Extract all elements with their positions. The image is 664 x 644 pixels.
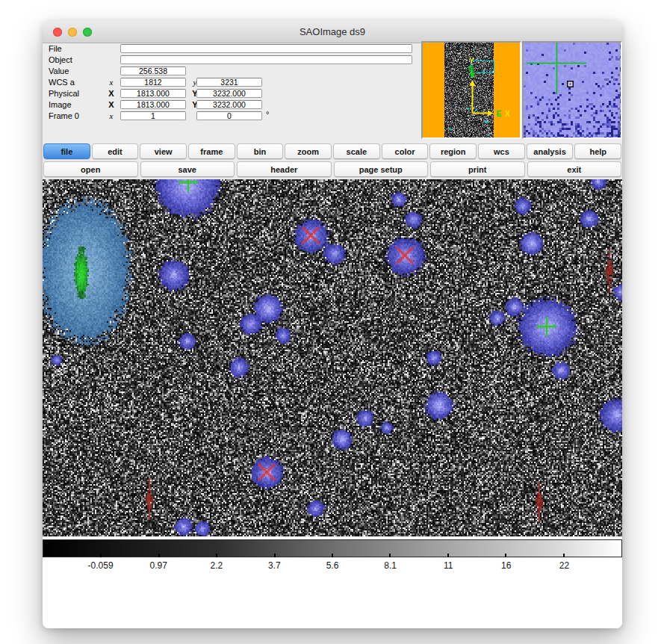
title-bar[interactable]: SAOImage ds9: [43, 21, 622, 43]
menu-button-color[interactable]: color: [382, 143, 429, 159]
frame-zoom-field[interactable]: 1: [120, 111, 186, 120]
colorbar-tick: [332, 554, 333, 557]
degree-suffix: °: [266, 110, 269, 119]
image-x-field[interactable]: 1813.000: [120, 100, 186, 109]
wcs-label: WCS a: [49, 78, 110, 87]
exit-button[interactable]: exit: [527, 161, 622, 177]
image-x-sublabel: X: [105, 100, 117, 109]
page-setup-button[interactable]: page setup: [334, 161, 429, 177]
magnifier-canvas[interactable]: [524, 43, 621, 137]
menu-button-edit[interactable]: edit: [92, 143, 139, 159]
colorbar-tick-label: 16: [501, 560, 511, 571]
colorbar-labels: -0.059 0.97 2.2 3.7 5.6 8.1 11 16 22: [43, 560, 622, 575]
colorbar-tick-label: 0.97: [150, 560, 167, 571]
object-label: Object: [49, 55, 110, 64]
wcs-y-field[interactable]: 3231: [196, 78, 262, 87]
object-field[interactable]: [120, 55, 412, 64]
menu-button-frame[interactable]: frame: [188, 143, 235, 159]
colorbar-tick-label: 3.7: [268, 560, 281, 571]
menu-button-view[interactable]: view: [140, 143, 187, 159]
save-button[interactable]: save: [140, 161, 235, 177]
frame-x-sublabel: x: [105, 111, 117, 120]
panner-canvas[interactable]: [423, 43, 520, 137]
colorbar-tick: [216, 554, 217, 557]
file-field[interactable]: [120, 44, 412, 53]
physical-x-sublabel: X: [105, 89, 117, 98]
menu-button-bin[interactable]: bin: [237, 143, 284, 159]
menu-button-scale[interactable]: scale: [333, 143, 380, 159]
physical-x-field[interactable]: 1813.000: [120, 89, 186, 98]
colorbar-tick-label: 8.1: [384, 560, 397, 571]
colorbar-tick-label: -0.059: [88, 560, 114, 571]
print-button[interactable]: print: [430, 161, 525, 177]
colorbar-tick: [389, 554, 391, 557]
colorbar-tick-label: 2.2: [210, 560, 223, 571]
wcs-x-field[interactable]: 1812: [120, 78, 186, 87]
colorbar-tick-label: 22: [559, 560, 569, 571]
panner-frame: [421, 41, 521, 139]
image-y-field[interactable]: 3232.000: [196, 100, 262, 109]
colorbar-tick: [447, 554, 449, 557]
action-bar: open save header page setup print exit: [43, 161, 622, 177]
ds9-window: SAOImage ds9 File Object Value 256.538 W…: [43, 21, 622, 628]
magnifier-frame: [522, 41, 622, 139]
menu-bar: file edit view frame bin zoom scale colo…: [43, 143, 622, 159]
value-field[interactable]: 256.538: [120, 66, 186, 75]
page: { "window": { "title": "SAOImage ds9" },…: [0, 0, 664, 644]
frame-label: Frame 0: [49, 111, 110, 120]
header-button[interactable]: header: [237, 161, 332, 177]
main-image-canvas[interactable]: [43, 179, 622, 536]
physical-label: Physical: [49, 89, 110, 98]
menu-button-zoom[interactable]: zoom: [285, 143, 332, 159]
value-label: Value: [49, 66, 110, 75]
menu-button-analysis[interactable]: analysis: [527, 143, 574, 159]
menu-button-region[interactable]: region: [429, 143, 477, 159]
wcs-x-sublabel: x: [105, 78, 117, 87]
window-title: SAOImage ds9: [43, 21, 622, 43]
colorbar-tick: [563, 554, 565, 557]
colorbar-tick: [274, 554, 276, 557]
colorbar-gradient[interactable]: [43, 539, 622, 557]
menu-button-help[interactable]: help: [574, 143, 621, 159]
open-button[interactable]: open: [43, 161, 138, 177]
image-label: Image: [49, 100, 110, 109]
colorbar-tick: [158, 554, 160, 557]
menu-button-file[interactable]: file: [43, 143, 90, 159]
colorbar-tick-label: 5.6: [326, 560, 339, 571]
colorbar-tick-label: 11: [444, 560, 453, 571]
menu-button-wcs[interactable]: wcs: [478, 143, 525, 159]
colorbar-tick: [505, 554, 506, 557]
physical-y-field[interactable]: 3232.000: [196, 89, 262, 98]
file-label: File: [49, 44, 110, 53]
colorbar-tick: [100, 554, 102, 557]
frame-angle-field[interactable]: 0: [196, 111, 262, 120]
